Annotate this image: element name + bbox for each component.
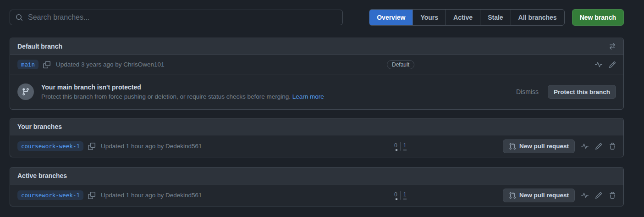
branch-name-link[interactable]: main: [17, 60, 39, 69]
ahead-count: 1: [400, 142, 407, 150]
trash-icon: [609, 143, 616, 150]
new-pull-request-label: New pull request: [519, 143, 569, 150]
rename-branch-button[interactable]: [609, 61, 616, 68]
section-title: Your branches: [17, 123, 62, 130]
activity-button[interactable]: [595, 61, 602, 68]
branch-filter-tabs: Overview Yours Active Stale All branches: [369, 9, 564, 26]
branch-updated-text: Updated 3 years ago by ChrisOwen101: [56, 61, 164, 68]
ahead-count-value: 1: [403, 191, 407, 197]
pencil-icon: [609, 61, 616, 68]
pulse-icon: [581, 192, 589, 199]
row-actions: [595, 61, 616, 68]
ahead-count-value: 1: [403, 142, 407, 148]
new-pull-request-button[interactable]: New pull request: [503, 189, 575, 202]
branch-row-coursework: coursework-week-1 Updated 1 hour ago by …: [10, 135, 623, 157]
trash-icon: [609, 192, 616, 199]
active-branches-header: Active branches: [10, 167, 623, 184]
row-actions: New pull request: [503, 189, 616, 202]
active-branches-section: Active branches coursework-week-1 Update…: [10, 167, 624, 206]
new-pull-request-label: New pull request: [519, 192, 569, 199]
search-icon: [16, 14, 23, 21]
arrow-switch-icon: [609, 43, 616, 50]
branch-row-main: main Updated 3 years ago by ChrisOwen101…: [10, 55, 623, 74]
copy-icon: [88, 143, 95, 150]
tab-overview[interactable]: Overview: [369, 10, 413, 25]
branch-name-link[interactable]: coursework-week-1: [17, 190, 83, 200]
activity-button[interactable]: [581, 192, 589, 199]
copy-icon: [88, 192, 95, 199]
git-branch-icon: [22, 88, 30, 96]
ahead-behind-widget: 0 1: [394, 191, 407, 200]
default-branch-section: Default branch main Updated 3 years ago …: [10, 38, 624, 110]
notice-description: Protect this branch from force pushing o…: [41, 93, 324, 100]
branch-row-coursework: coursework-week-1 Updated 1 hour ago by …: [10, 184, 623, 206]
new-pull-request-button[interactable]: New pull request: [503, 139, 575, 153]
activity-button[interactable]: [581, 143, 589, 150]
behind-count: 0: [394, 142, 400, 150]
branches-toolbar: Overview Yours Active Stale All branches…: [0, 0, 644, 26]
search-input[interactable]: [27, 13, 337, 22]
learn-more-link[interactable]: Learn more: [292, 93, 324, 100]
git-pull-request-icon: [509, 143, 516, 150]
pulse-icon: [581, 143, 589, 150]
tab-yours[interactable]: Yours: [413, 10, 446, 25]
pencil-icon: [595, 143, 602, 150]
ahead-behind-widget: 0 1: [394, 142, 407, 150]
row-actions: New pull request: [503, 139, 616, 153]
branch-updated-text: Updated 1 hour ago by Dedekind561: [101, 143, 202, 150]
tab-active[interactable]: Active: [446, 10, 480, 25]
behind-count: 0: [394, 191, 400, 200]
rename-branch-button[interactable]: [595, 192, 602, 199]
compare-branches-button[interactable]: [609, 43, 616, 50]
default-badge: Default: [387, 60, 414, 69]
delete-branch-button[interactable]: [609, 192, 616, 199]
ahead-count: 1: [400, 191, 407, 200]
copy-branch-name-button[interactable]: [43, 61, 50, 68]
pulse-icon: [595, 61, 602, 68]
behind-count-value: 0: [394, 142, 397, 148]
copy-icon: [43, 61, 50, 68]
behind-count-value: 0: [394, 191, 397, 197]
notice-text: Your main branch isn't protected Protect…: [41, 83, 324, 100]
default-branch-header: Default branch: [10, 38, 623, 55]
copy-branch-name-button[interactable]: [88, 192, 95, 199]
behind-meter: [396, 198, 397, 200]
your-branches-header: Your branches: [10, 118, 623, 135]
notice-actions: Dismiss Protect this branch: [516, 85, 616, 99]
tab-stale[interactable]: Stale: [480, 10, 510, 25]
branch-protection-notice: Your main branch isn't protected Protect…: [10, 74, 623, 109]
dismiss-button[interactable]: Dismiss: [516, 88, 539, 95]
notice-title: Your main branch isn't protected: [41, 83, 324, 91]
copy-branch-name-button[interactable]: [88, 143, 95, 150]
notice-description-text: Protect this branch from force pushing o…: [41, 93, 291, 100]
rename-branch-button[interactable]: [595, 143, 602, 150]
your-branches-section: Your branches coursework-week-1 Updated …: [10, 118, 624, 157]
branch-updated-text: Updated 1 hour ago by Dedekind561: [101, 192, 202, 199]
behind-meter: [396, 149, 397, 150]
ahead-meter: [403, 198, 407, 200]
branch-avatar: [17, 83, 34, 100]
search-branches-box[interactable]: [10, 10, 343, 25]
tab-all-branches[interactable]: All branches: [511, 10, 564, 25]
section-title: Default branch: [17, 43, 62, 50]
ahead-meter: [403, 149, 407, 150]
delete-branch-button[interactable]: [609, 143, 616, 150]
protect-branch-button[interactable]: Protect this branch: [548, 85, 616, 99]
new-branch-button[interactable]: New branch: [572, 9, 624, 26]
git-pull-request-icon: [509, 192, 516, 199]
pencil-icon: [595, 192, 602, 199]
section-title: Active branches: [17, 172, 67, 179]
branch-name-link[interactable]: coursework-week-1: [17, 141, 83, 151]
